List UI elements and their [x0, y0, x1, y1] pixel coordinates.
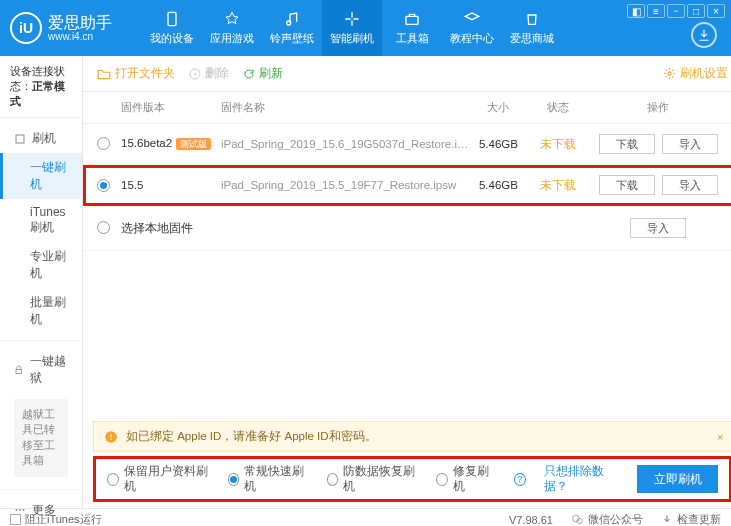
- app-title: 爱思助手: [48, 14, 112, 32]
- jailbreak-moved-note: 越狱工具已转移至工具箱: [14, 399, 68, 477]
- nav-toolbox[interactable]: 工具箱: [382, 0, 442, 56]
- nav-apps-games[interactable]: 应用游戏: [202, 0, 262, 56]
- open-folder-button[interactable]: 打开文件夹: [97, 65, 175, 82]
- win-close-button[interactable]: ×: [707, 4, 725, 18]
- sidebar-item-batch-flash[interactable]: 批量刷机: [0, 288, 82, 334]
- app-logo: iU 爱思助手 www.i4.cn: [10, 12, 112, 44]
- flash-settings-button[interactable]: 刷机设置: [663, 65, 728, 82]
- download-button[interactable]: 下载: [599, 134, 655, 154]
- win-menu-button[interactable]: ≡: [647, 4, 665, 18]
- titlebar: iU 爱思助手 www.i4.cn 我的设备 应用游戏 铃声壁纸 智能刷机 工具…: [0, 0, 731, 56]
- download-button[interactable]: 下载: [599, 175, 655, 195]
- win-maximize-button[interactable]: □: [687, 4, 705, 18]
- block-itunes-checkbox[interactable]: 阻止iTunes运行: [10, 512, 102, 526]
- row-radio[interactable]: [97, 179, 110, 192]
- warning-icon: [104, 430, 118, 444]
- import-button[interactable]: 导入: [662, 134, 718, 154]
- toolbar: 打开文件夹 删除 刷新 刷机设置: [83, 56, 731, 92]
- nav-ringtones[interactable]: 铃声壁纸: [262, 0, 322, 56]
- mode-quick-flash[interactable]: 常规快速刷机: [228, 464, 309, 494]
- wechat-icon: [571, 513, 584, 526]
- firmware-row[interactable]: 15.6beta2测试版 iPad_Spring_2019_15.6_19G50…: [83, 124, 731, 165]
- app-url: www.i4.cn: [48, 31, 112, 42]
- download-manager-icon[interactable]: [691, 22, 717, 48]
- svg-point-6: [19, 509, 21, 511]
- svg-rect-3: [16, 135, 24, 143]
- mode-keep-data[interactable]: 保留用户资料刷机: [107, 464, 210, 494]
- svg-point-10: [668, 72, 671, 75]
- version-label: V7.98.61: [509, 514, 553, 526]
- sidebar-item-oneclick-flash[interactable]: 一键刷机: [0, 153, 82, 199]
- sidebar-item-itunes-flash[interactable]: iTunes刷机: [0, 199, 82, 242]
- sidebar-item-pro-flash[interactable]: 专业刷机: [0, 242, 82, 288]
- import-button[interactable]: 导入: [630, 218, 686, 238]
- folder-icon: [97, 68, 111, 80]
- connection-status: 设备连接状态：正常模式: [0, 56, 82, 118]
- flash-now-button[interactable]: 立即刷机: [637, 465, 718, 493]
- win-minimize-button[interactable]: －: [667, 4, 685, 18]
- mode-anti-recovery[interactable]: 防数据恢复刷机: [327, 464, 419, 494]
- main-nav: 我的设备 应用游戏 铃声壁纸 智能刷机 工具箱 教程中心 爱思商城: [142, 0, 562, 56]
- row-radio[interactable]: [97, 221, 110, 234]
- check-update-link[interactable]: 检查更新: [661, 512, 721, 526]
- mode-repair-flash[interactable]: 修复刷机: [436, 464, 495, 494]
- help-icon[interactable]: ?: [514, 473, 526, 486]
- sidebar-head-flash[interactable]: 刷机: [0, 124, 82, 153]
- firmware-row[interactable]: 15.5 iPad_Spring_2019_15.5_19F77_Restore…: [83, 165, 731, 206]
- wechat-link[interactable]: 微信公众号: [571, 512, 643, 526]
- svg-rect-2: [406, 16, 418, 24]
- sidebar: 设备连接状态：正常模式 刷机 一键刷机 iTunes刷机 专业刷机 批量刷机 一…: [0, 56, 83, 508]
- close-icon[interactable]: ×: [717, 431, 724, 443]
- beta-tag: 测试版: [176, 138, 211, 150]
- svg-rect-4: [16, 370, 22, 374]
- flash-mode-bar: 保留用户资料刷机 常规快速刷机 防数据恢复刷机 修复刷机 ? 只想排除数据？ 立…: [93, 456, 731, 502]
- refresh-icon: [243, 68, 255, 80]
- refresh-button[interactable]: 刷新: [243, 65, 283, 82]
- sidebar-head-jailbreak[interactable]: 一键越狱: [0, 347, 82, 393]
- row-radio[interactable]: [97, 137, 110, 150]
- svg-point-7: [23, 509, 25, 511]
- nav-my-device[interactable]: 我的设备: [142, 0, 202, 56]
- update-icon: [661, 514, 673, 526]
- svg-point-5: [16, 509, 18, 511]
- window-controls: ◧ ≡ － □ ×: [627, 4, 725, 18]
- apple-id-warning: 如已绑定 Apple ID，请准备好 Apple ID和密码。 ×: [93, 421, 731, 452]
- svg-point-1: [287, 21, 291, 25]
- main-panel: 打开文件夹 删除 刷新 刷机设置 固件版本 固件名称 大小 状态 操作 15.6…: [83, 56, 731, 508]
- nav-store[interactable]: 爱思商城: [502, 0, 562, 56]
- win-skin-button[interactable]: ◧: [627, 4, 645, 18]
- nav-smart-flash[interactable]: 智能刷机: [322, 0, 382, 56]
- logo-icon: iU: [10, 12, 42, 44]
- gear-icon: [663, 67, 676, 80]
- select-local-firmware-row[interactable]: 选择本地固件 导入: [83, 206, 731, 251]
- delete-button[interactable]: 删除: [189, 65, 229, 82]
- import-button[interactable]: 导入: [662, 175, 718, 195]
- delete-icon: [189, 68, 201, 80]
- svg-point-12: [573, 515, 580, 522]
- exclude-data-link[interactable]: 只想排除数据？: [544, 464, 620, 494]
- svg-rect-0: [168, 12, 176, 25]
- nav-tutorials[interactable]: 教程中心: [442, 0, 502, 56]
- statusbar: 阻止iTunes运行 V7.98.61 微信公众号 检查更新: [0, 508, 731, 526]
- table-header: 固件版本 固件名称 大小 状态 操作: [83, 92, 731, 124]
